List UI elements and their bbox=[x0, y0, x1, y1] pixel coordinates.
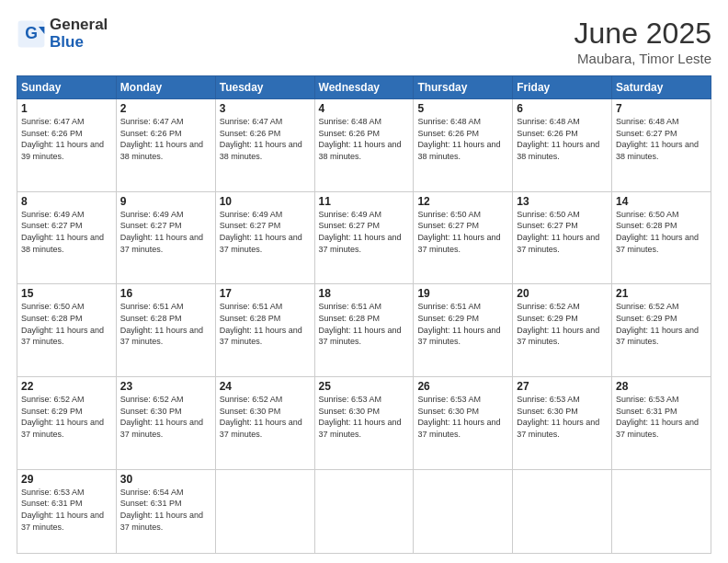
day-info: Sunrise: 6:47 AMSunset: 6:26 PMDaylight:… bbox=[21, 117, 104, 161]
calendar-cell: 14 Sunrise: 6:50 AMSunset: 6:28 PMDaylig… bbox=[612, 191, 711, 284]
week-row-1: 1 Sunrise: 6:47 AMSunset: 6:26 PMDayligh… bbox=[17, 99, 711, 192]
day-number: 7 bbox=[616, 102, 707, 115]
day-number: 18 bbox=[319, 287, 410, 300]
day-info: Sunrise: 6:52 AMSunset: 6:29 PMDaylight:… bbox=[517, 302, 599, 346]
day-number: 28 bbox=[616, 380, 707, 393]
col-header-monday: Monday bbox=[116, 76, 215, 99]
calendar-cell: 25 Sunrise: 6:53 AMSunset: 6:30 PMDaylig… bbox=[314, 377, 414, 470]
day-number: 3 bbox=[220, 102, 311, 115]
day-info: Sunrise: 6:51 AMSunset: 6:29 PMDaylight:… bbox=[417, 302, 500, 346]
day-number: 30 bbox=[120, 473, 211, 486]
week-row-5: 29 Sunrise: 6:53 AMSunset: 6:31 PMDaylig… bbox=[17, 469, 711, 553]
header: G General Blue June 2025 Maubara, Timor … bbox=[17, 17, 711, 66]
day-info: Sunrise: 6:52 AMSunset: 6:30 PMDaylight:… bbox=[220, 395, 302, 439]
calendar-cell: 15 Sunrise: 6:50 AMSunset: 6:28 PMDaylig… bbox=[17, 284, 117, 377]
calendar-cell: 26 Sunrise: 6:53 AMSunset: 6:30 PMDaylig… bbox=[414, 377, 513, 470]
day-info: Sunrise: 6:49 AMSunset: 6:27 PMDaylight:… bbox=[21, 210, 104, 254]
calendar-cell: 19 Sunrise: 6:51 AMSunset: 6:29 PMDaylig… bbox=[414, 284, 513, 377]
logo: G General Blue bbox=[17, 17, 108, 51]
day-number: 24 bbox=[220, 380, 311, 393]
day-info: Sunrise: 6:50 AMSunset: 6:27 PMDaylight:… bbox=[417, 210, 500, 254]
day-number: 6 bbox=[517, 102, 608, 115]
calendar-cell bbox=[314, 469, 414, 553]
logo-icon: G bbox=[17, 19, 46, 49]
calendar-cell bbox=[612, 469, 711, 553]
calendar-cell: 21 Sunrise: 6:52 AMSunset: 6:29 PMDaylig… bbox=[612, 284, 711, 377]
calendar-cell: 8 Sunrise: 6:49 AMSunset: 6:27 PMDayligh… bbox=[17, 191, 117, 284]
day-number: 1 bbox=[21, 102, 112, 115]
day-info: Sunrise: 6:51 AMSunset: 6:28 PMDaylight:… bbox=[220, 302, 302, 346]
day-number: 10 bbox=[220, 195, 311, 208]
calendar-cell bbox=[513, 469, 612, 553]
page: G General Blue June 2025 Maubara, Timor … bbox=[0, 0, 728, 563]
day-number: 25 bbox=[319, 380, 410, 393]
week-row-3: 15 Sunrise: 6:50 AMSunset: 6:28 PMDaylig… bbox=[17, 284, 711, 377]
day-number: 9 bbox=[120, 195, 211, 208]
day-info: Sunrise: 6:48 AMSunset: 6:26 PMDaylight:… bbox=[517, 117, 599, 161]
col-header-sunday: Sunday bbox=[17, 76, 117, 99]
day-number: 12 bbox=[417, 195, 508, 208]
calendar-cell: 2 Sunrise: 6:47 AMSunset: 6:26 PMDayligh… bbox=[116, 99, 215, 192]
week-row-4: 22 Sunrise: 6:52 AMSunset: 6:29 PMDaylig… bbox=[17, 377, 711, 470]
calendar-cell: 5 Sunrise: 6:48 AMSunset: 6:26 PMDayligh… bbox=[414, 99, 513, 192]
calendar-cell: 24 Sunrise: 6:52 AMSunset: 6:30 PMDaylig… bbox=[215, 377, 314, 470]
col-header-wednesday: Wednesday bbox=[314, 76, 414, 99]
calendar-cell: 4 Sunrise: 6:48 AMSunset: 6:26 PMDayligh… bbox=[314, 99, 414, 192]
calendar-cell: 20 Sunrise: 6:52 AMSunset: 6:29 PMDaylig… bbox=[513, 284, 612, 377]
day-info: Sunrise: 6:53 AMSunset: 6:30 PMDaylight:… bbox=[319, 395, 402, 439]
day-number: 2 bbox=[120, 102, 211, 115]
calendar-cell: 12 Sunrise: 6:50 AMSunset: 6:27 PMDaylig… bbox=[414, 191, 513, 284]
day-info: Sunrise: 6:52 AMSunset: 6:30 PMDaylight:… bbox=[120, 395, 203, 439]
svg-text:G: G bbox=[25, 23, 38, 41]
day-info: Sunrise: 6:50 AMSunset: 6:28 PMDaylight:… bbox=[21, 302, 104, 346]
calendar-cell: 27 Sunrise: 6:53 AMSunset: 6:30 PMDaylig… bbox=[513, 377, 612, 470]
day-number: 23 bbox=[120, 380, 211, 393]
col-header-thursday: Thursday bbox=[414, 76, 513, 99]
logo-general: General bbox=[50, 17, 108, 34]
day-info: Sunrise: 6:51 AMSunset: 6:28 PMDaylight:… bbox=[120, 302, 203, 346]
day-info: Sunrise: 6:54 AMSunset: 6:31 PMDaylight:… bbox=[120, 488, 203, 532]
day-info: Sunrise: 6:52 AMSunset: 6:29 PMDaylight:… bbox=[21, 395, 104, 439]
col-header-friday: Friday bbox=[513, 76, 612, 99]
calendar-cell: 28 Sunrise: 6:53 AMSunset: 6:31 PMDaylig… bbox=[612, 377, 711, 470]
day-number: 19 bbox=[417, 287, 508, 300]
day-number: 16 bbox=[120, 287, 211, 300]
day-number: 20 bbox=[517, 287, 608, 300]
day-info: Sunrise: 6:47 AMSunset: 6:26 PMDaylight:… bbox=[120, 117, 203, 161]
day-number: 22 bbox=[21, 380, 112, 393]
subtitle: Maubara, Timor Leste bbox=[574, 51, 711, 66]
calendar-cell: 13 Sunrise: 6:50 AMSunset: 6:27 PMDaylig… bbox=[513, 191, 612, 284]
day-number: 4 bbox=[319, 102, 410, 115]
day-number: 26 bbox=[417, 380, 508, 393]
calendar-cell: 17 Sunrise: 6:51 AMSunset: 6:28 PMDaylig… bbox=[215, 284, 314, 377]
day-number: 11 bbox=[319, 195, 410, 208]
day-info: Sunrise: 6:48 AMSunset: 6:26 PMDaylight:… bbox=[319, 117, 402, 161]
day-info: Sunrise: 6:50 AMSunset: 6:28 PMDaylight:… bbox=[616, 210, 699, 254]
calendar-cell: 1 Sunrise: 6:47 AMSunset: 6:26 PMDayligh… bbox=[17, 99, 117, 192]
day-info: Sunrise: 6:50 AMSunset: 6:27 PMDaylight:… bbox=[517, 210, 599, 254]
calendar-cell: 30 Sunrise: 6:54 AMSunset: 6:31 PMDaylig… bbox=[116, 469, 215, 553]
day-info: Sunrise: 6:49 AMSunset: 6:27 PMDaylight:… bbox=[220, 210, 302, 254]
day-info: Sunrise: 6:52 AMSunset: 6:29 PMDaylight:… bbox=[616, 302, 699, 346]
calendar-header-row: SundayMondayTuesdayWednesdayThursdayFrid… bbox=[17, 76, 711, 99]
calendar-cell: 10 Sunrise: 6:49 AMSunset: 6:27 PMDaylig… bbox=[215, 191, 314, 284]
calendar-cell: 9 Sunrise: 6:49 AMSunset: 6:27 PMDayligh… bbox=[116, 191, 215, 284]
calendar-cell: 23 Sunrise: 6:52 AMSunset: 6:30 PMDaylig… bbox=[116, 377, 215, 470]
day-number: 14 bbox=[616, 195, 707, 208]
day-number: 21 bbox=[616, 287, 707, 300]
calendar-cell bbox=[215, 469, 314, 553]
day-number: 17 bbox=[220, 287, 311, 300]
col-header-saturday: Saturday bbox=[612, 76, 711, 99]
day-number: 5 bbox=[417, 102, 508, 115]
day-info: Sunrise: 6:51 AMSunset: 6:28 PMDaylight:… bbox=[319, 302, 402, 346]
day-number: 29 bbox=[21, 473, 112, 486]
calendar-cell: 3 Sunrise: 6:47 AMSunset: 6:26 PMDayligh… bbox=[215, 99, 314, 192]
day-info: Sunrise: 6:53 AMSunset: 6:31 PMDaylight:… bbox=[21, 488, 104, 532]
day-info: Sunrise: 6:48 AMSunset: 6:27 PMDaylight:… bbox=[616, 117, 699, 161]
day-info: Sunrise: 6:49 AMSunset: 6:27 PMDaylight:… bbox=[120, 210, 203, 254]
day-info: Sunrise: 6:53 AMSunset: 6:30 PMDaylight:… bbox=[517, 395, 599, 439]
main-title: June 2025 bbox=[574, 17, 711, 51]
calendar-cell: 22 Sunrise: 6:52 AMSunset: 6:29 PMDaylig… bbox=[17, 377, 117, 470]
calendar: SundayMondayTuesdayWednesdayThursdayFrid… bbox=[17, 75, 711, 554]
day-info: Sunrise: 6:53 AMSunset: 6:30 PMDaylight:… bbox=[417, 395, 500, 439]
